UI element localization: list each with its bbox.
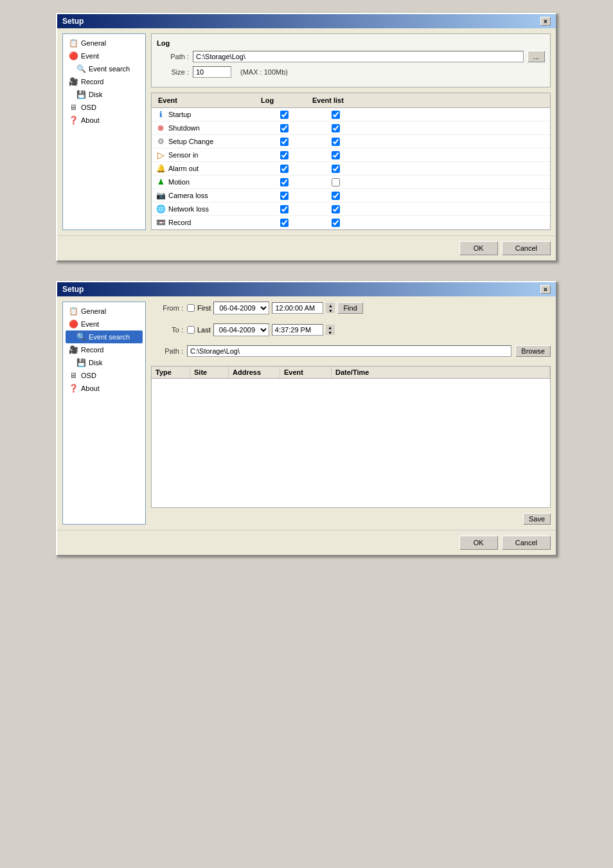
to-time-input[interactable] (272, 324, 323, 336)
networkloss-eventlist-check[interactable] (332, 205, 340, 213)
from-date-select[interactable]: 06-04-2009 (213, 302, 269, 314)
search-path-input[interactable] (187, 345, 511, 357)
sidebar-item-general-2[interactable]: 📋 General (66, 305, 143, 318)
setupchange-icon: ⚙ (155, 136, 166, 147)
ok-button-1[interactable]: OK (459, 241, 498, 255)
to-date-select[interactable]: 06-04-2009 (213, 323, 269, 336)
size-input[interactable] (193, 66, 231, 78)
event-row-motion: ♟ Motion (152, 176, 550, 189)
event-row-record: 📼 Record (152, 216, 550, 230)
browse-button-2[interactable]: Browse (515, 345, 551, 357)
event-row-cameraloss: 📷 Camera loss (152, 189, 550, 203)
sidebar-item-eventsearch-1[interactable]: 🔍 Event search (66, 62, 143, 75)
path-label: Path : (157, 53, 189, 60)
cameraloss-eventlist-check[interactable] (332, 192, 340, 200)
event-table-header: Event Log Event list (152, 93, 550, 108)
dialog-title-1: Setup (62, 17, 84, 26)
cancel-button-2[interactable]: Cancel (502, 536, 551, 550)
to-search-row: Last 06-04-2009 ▲ ▼ (187, 323, 335, 336)
record-eventlist-cell (310, 219, 361, 227)
sidebar-label-record-1: Record (81, 78, 103, 86)
setupchange-label: Setup Change (168, 138, 213, 145)
cancel-button-1[interactable]: Cancel (502, 241, 551, 255)
about-icon-1: ❓ (68, 115, 78, 125)
cameraloss-label: Camera loss (168, 192, 208, 199)
alarmout-log-check[interactable] (280, 165, 289, 173)
save-button[interactable]: Save (523, 513, 551, 525)
general-icon-2: 📋 (68, 306, 78, 316)
from-first-label: First (197, 304, 211, 312)
from-time-input[interactable] (272, 302, 323, 314)
from-time-up[interactable]: ▲ (326, 303, 335, 308)
to-time-down[interactable]: ▼ (326, 330, 335, 335)
sidebar-item-about-2[interactable]: ❓ About (66, 382, 143, 395)
result-body (152, 379, 550, 507)
sensorin-log-cell (258, 151, 310, 159)
sidebar-label-general-1: General (81, 39, 106, 47)
motion-log-check[interactable] (280, 178, 289, 186)
close-button-1[interactable]: × (540, 17, 551, 26)
max-label: (MAX : 100Mb) (240, 68, 288, 76)
networkloss-eventlist-cell (310, 205, 361, 213)
shutdown-log-check[interactable] (280, 124, 289, 132)
about-icon-2: ❓ (68, 383, 78, 393)
setupchange-log-check[interactable] (280, 138, 289, 146)
sidebar-item-disk-2[interactable]: 💾 Disk (66, 356, 143, 369)
log-group: Log Path : ... Size : (MAX : 100Mb) (151, 33, 551, 87)
sidebar-item-record-1[interactable]: 🎥 Record (66, 75, 143, 88)
networkloss-log-check[interactable] (280, 205, 289, 213)
dialog-body-1: 📋 General 🔴 Event 🔍 Event search 🎥 Recor… (57, 28, 556, 235)
general-icon-1: 📋 (68, 38, 78, 48)
find-button[interactable]: Find (337, 302, 362, 314)
sidebar-label-event-1: Event (81, 52, 99, 60)
sidebar-label-general-2: General (81, 307, 106, 315)
to-time-up[interactable]: ▲ (326, 325, 335, 330)
sensorin-icon: ▷ (155, 150, 166, 160)
ok-button-2[interactable]: OK (459, 536, 498, 550)
sidebar-item-event-2[interactable]: 🔴 Event (66, 318, 143, 330)
eventsearch-icon-1: 🔍 (76, 64, 86, 74)
motion-icon: ♟ (155, 177, 166, 187)
networkloss-label: Network loss (168, 205, 209, 213)
sidebar-item-osd-2[interactable]: 🖥 OSD (66, 369, 143, 382)
to-last-check[interactable] (187, 326, 195, 334)
sensorin-log-check[interactable] (280, 151, 289, 159)
sidebar-item-general-1[interactable]: 📋 General (66, 37, 143, 50)
setupchange-eventlist-check[interactable] (332, 138, 340, 146)
path-input[interactable] (193, 51, 524, 62)
sidebar-label-about-1: About (81, 116, 100, 124)
browse-button[interactable]: ... (528, 51, 545, 62)
shutdown-log-cell (258, 124, 310, 132)
startup-log-check[interactable] (280, 111, 289, 119)
sidebar-item-about-1[interactable]: ❓ About (66, 114, 143, 127)
sidebar-item-disk-1[interactable]: 💾 Disk (66, 88, 143, 101)
from-first-check[interactable] (187, 304, 195, 312)
path-row: Path : ... (157, 51, 545, 62)
sidebar-1: 📋 General 🔴 Event 🔍 Event search 🎥 Recor… (62, 33, 146, 230)
alarmout-label: Alarm out (168, 165, 199, 172)
event-name-shutdown: ⊗ Shutdown (155, 123, 258, 133)
cameraloss-eventlist-cell (310, 192, 361, 200)
cameraloss-log-check[interactable] (280, 192, 289, 200)
sidebar-item-record-2[interactable]: 🎥 Record (66, 343, 143, 356)
from-time-down[interactable]: ▼ (326, 308, 335, 313)
close-button-2[interactable]: × (540, 285, 551, 294)
dialog-titlebar-1: Setup × (57, 14, 556, 28)
sensorin-eventlist-check[interactable] (332, 151, 340, 159)
sidebar-label-eventsearch-2: Event search (89, 333, 130, 341)
event-name-cameraloss: 📷 Camera loss (155, 190, 258, 201)
record-eventlist-check[interactable] (332, 219, 340, 227)
startup-eventlist-check[interactable] (332, 111, 340, 119)
shutdown-eventlist-check[interactable] (332, 124, 340, 132)
disk-icon-2: 💾 (76, 357, 86, 368)
motion-eventlist-check[interactable] (332, 178, 340, 186)
osd-icon-2: 🖥 (68, 370, 78, 381)
alarmout-eventlist-check[interactable] (332, 165, 340, 173)
cameraloss-icon: 📷 (155, 190, 166, 201)
sidebar-item-event-1[interactable]: 🔴 Event (66, 50, 143, 62)
record-log-check[interactable] (280, 219, 289, 227)
setupchange-log-cell (258, 138, 310, 146)
sidebar-item-eventsearch-2[interactable]: 🔍 Event search (66, 330, 143, 343)
sensorin-eventlist-cell (310, 151, 361, 159)
sidebar-item-osd-1[interactable]: 🖥 OSD (66, 101, 143, 114)
